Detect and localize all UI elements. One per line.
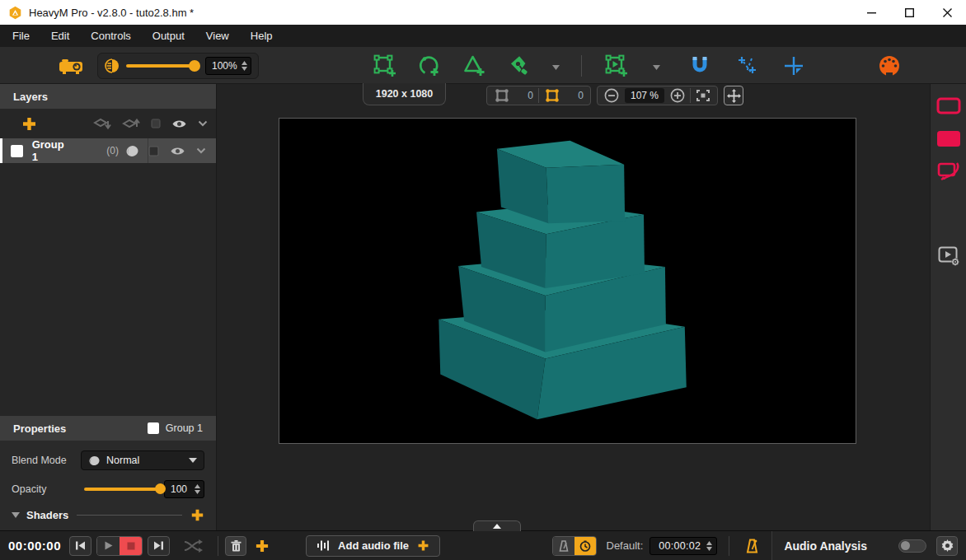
add-quad-icon[interactable] <box>373 54 397 78</box>
layers-collapse-chevron[interactable] <box>198 120 208 127</box>
toolbar-separator <box>581 55 582 77</box>
add-layer-icon[interactable] <box>21 116 37 132</box>
shaders-divider-line <box>77 515 182 516</box>
menu-help[interactable]: Help <box>240 25 284 47</box>
brightness-icon <box>105 58 120 73</box>
menu-output[interactable]: Output <box>142 25 195 47</box>
maximize-button[interactable] <box>890 0 928 25</box>
add-audio-plus-icon <box>417 539 429 552</box>
audio-analysis-panel: Audio Analysis <box>771 531 966 560</box>
blend-mode-dropdown[interactable]: Normal <box>81 450 204 470</box>
layers-toolbar <box>0 109 216 138</box>
add-audio-button[interactable]: Add audio file <box>306 535 440 557</box>
opacity-slider-thumb[interactable] <box>155 483 166 494</box>
window-title: HeavyM Pro - v2.8.0 - tuto2.8.hm * <box>29 7 194 19</box>
brightness-slider[interactable] <box>126 64 199 68</box>
zoom-value[interactable]: 107 % <box>625 88 664 103</box>
opacity-spinner[interactable] <box>195 484 200 494</box>
magnet-snap-icon[interactable] <box>689 55 710 77</box>
player-settings-icon[interactable] <box>937 245 960 267</box>
blend-mode-icon <box>88 455 101 466</box>
border-mode-icon[interactable] <box>936 97 961 114</box>
menu-view[interactable]: View <box>195 25 240 47</box>
waveform-icon <box>317 539 330 552</box>
menubar: File Edit Controls Output View Help <box>0 25 966 47</box>
output-preview[interactable] <box>279 118 856 444</box>
fit-view-icon[interactable] <box>696 89 710 102</box>
opacity-slider[interactable] <box>84 488 164 491</box>
distort-grid-icon[interactable] <box>735 55 758 77</box>
opacity-value-box[interactable]: 100 <box>164 480 204 498</box>
layer-expand-chevron[interactable] <box>196 147 206 154</box>
move-layer-down-icon[interactable] <box>93 117 111 131</box>
play-button[interactable] <box>97 537 120 555</box>
add-triangle-icon[interactable] <box>462 54 486 78</box>
canvas-column: 1920 x 1080 0 <box>217 84 930 530</box>
delete-sequence-button[interactable] <box>225 536 246 556</box>
properties-header: Properties Group 1 <box>0 416 216 441</box>
add-circle-icon[interactable] <box>417 54 442 78</box>
pan-tool-button[interactable] <box>724 86 743 105</box>
left-panel: Layers <box>0 84 217 530</box>
properties-title: Properties <box>13 422 66 435</box>
zoom-out-icon[interactable] <box>604 88 619 103</box>
move-layer-up-icon[interactable] <box>122 117 140 131</box>
layer-visibility-icon[interactable] <box>170 146 185 156</box>
default-duration-box[interactable]: 00:00:02 <box>649 537 717 555</box>
add-player-icon[interactable] <box>603 54 630 78</box>
close-button[interactable] <box>928 0 966 25</box>
layers-title: Layers <box>13 91 48 103</box>
menu-edit[interactable]: Edit <box>40 25 80 47</box>
shaders-collapse-triangle[interactable] <box>12 512 20 518</box>
skip-start-button[interactable] <box>69 536 91 556</box>
brightness-spinner[interactable] <box>242 61 247 71</box>
add-guide-icon[interactable] <box>783 55 804 77</box>
midi-connector-icon[interactable] <box>879 55 900 77</box>
brightness-value-box[interactable]: 100% <box>205 57 251 75</box>
default-duration-spinner[interactable] <box>706 541 712 551</box>
canvas-strip: 1920 x 1080 0 <box>217 84 930 107</box>
app-logo-icon <box>8 6 22 20</box>
faces-count-icon <box>494 88 510 103</box>
add-shader-icon[interactable] <box>190 508 204 522</box>
add-player-dropdown-caret[interactable] <box>653 58 660 73</box>
blend-dropdown-caret <box>189 458 197 463</box>
layer-color-chip[interactable] <box>148 146 159 156</box>
zoom-in-icon[interactable] <box>670 88 685 103</box>
layers-visibility-icon[interactable] <box>171 119 187 129</box>
timer-mode-button[interactable] <box>574 537 596 555</box>
minimize-button[interactable] <box>852 0 890 25</box>
stop-button[interactable] <box>120 537 142 555</box>
layer-row-group-1[interactable]: Group 1 (0) <box>0 138 216 163</box>
add-sequence-icon[interactable] <box>255 539 270 553</box>
resolution-tab: 1920 x 1080 <box>363 83 446 105</box>
menu-file[interactable]: File <box>2 25 40 47</box>
fill-mode-icon[interactable] <box>936 130 961 147</box>
layer-checkbox[interactable] <box>11 145 23 157</box>
titlebar: HeavyM Pro - v2.8.0 - tuto2.8.hm * <box>0 0 966 25</box>
pen-tool-dropdown-caret[interactable] <box>552 58 560 73</box>
audio-analysis-toggle[interactable] <box>898 539 926 553</box>
edit-tools <box>689 47 804 84</box>
projector-icon[interactable] <box>58 56 84 76</box>
audio-analysis-title: Audio Analysis <box>784 539 867 553</box>
sync-separator <box>729 536 729 556</box>
beat-mode-button[interactable] <box>553 537 574 555</box>
shuffle-icon[interactable] <box>183 539 203 553</box>
transport-bar: 00:00:00 Add audio file <box>0 530 966 560</box>
pen-tool-icon[interactable] <box>506 54 529 77</box>
shape-tools <box>373 47 660 84</box>
brightness-slider-thumb[interactable] <box>189 60 200 72</box>
effects-mode-icon[interactable] <box>936 161 961 183</box>
menu-controls[interactable]: Controls <box>80 25 141 47</box>
audio-settings-button[interactable] <box>936 536 958 556</box>
metronome-icon[interactable] <box>746 539 758 553</box>
selected-count: 0 <box>565 90 584 101</box>
sequences-drawer-handle[interactable] <box>473 520 521 531</box>
transport-separator <box>218 536 218 556</box>
layer-color-swatch[interactable] <box>151 119 161 128</box>
skip-end-button[interactable] <box>148 536 170 556</box>
layers-header: Layers <box>0 84 216 109</box>
canvas-area[interactable] <box>217 107 930 530</box>
shaders-section[interactable]: Shaders <box>12 508 204 522</box>
